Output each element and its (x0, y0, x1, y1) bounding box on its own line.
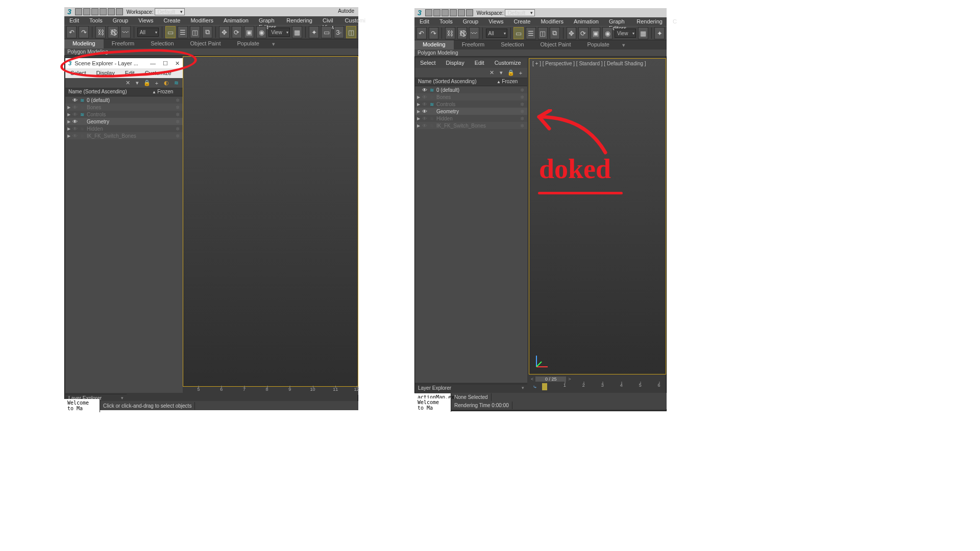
layer-row[interactable]: ▶ 👁 ≋ Geometry ❄ (415, 108, 527, 115)
column-frozen-header[interactable]: Frozen (152, 88, 183, 96)
explorer-menu-display[interactable]: Display (441, 58, 470, 68)
menu-group[interactable]: Group (458, 17, 484, 26)
move-button[interactable]: ✥ (219, 26, 229, 38)
expand-icon[interactable]: ▶ (66, 112, 71, 117)
freeze-icon[interactable]: ❄ (517, 123, 527, 129)
layer-row[interactable]: ▶ 👁 ≋ Hidden ❄ (65, 125, 183, 132)
expand-icon[interactable]: ▶ (416, 95, 421, 99)
expand-icon[interactable]: ▶ (66, 127, 71, 131)
qat-undo-icon[interactable] (450, 9, 457, 16)
menu-animation[interactable]: Animation (569, 17, 604, 26)
viewport-right[interactable]: [ + ] [ Perspective ] [ Standard ] [ Def… (529, 58, 666, 374)
menu-grapheditors[interactable]: Graph Editors (254, 16, 281, 25)
menu-create[interactable]: Create (158, 16, 185, 25)
ribbon-tab-populate[interactable]: Populate (579, 40, 617, 49)
explorer-menu-edit[interactable]: Edit (470, 58, 489, 68)
unlink-button[interactable]: ⛓⃠ (108, 26, 118, 38)
menu-views[interactable]: Views (133, 16, 158, 25)
maximize-button[interactable]: ☐ (163, 60, 168, 67)
layer-row[interactable]: ▶ 👁 ≋ Controls ❄ (415, 101, 527, 108)
ribbon-tab-modeling[interactable]: Modeling (414, 40, 454, 49)
freeze-icon[interactable]: ❄ (517, 94, 527, 100)
qat-link-icon[interactable] (116, 8, 123, 15)
layer-row[interactable]: ▶ 👁 ≋ IK_FK_Switch_Bones ❄ (415, 122, 527, 129)
expand-icon[interactable]: ▶ (66, 119, 71, 124)
explorer-lock-icon[interactable]: 🔒 (507, 69, 514, 77)
qat-save-icon[interactable] (442, 9, 449, 16)
pivot-button[interactable]: ▦ (292, 26, 302, 38)
menu-tools[interactable]: Tools (84, 16, 108, 25)
refcoord-dropdown[interactable]: View (615, 29, 636, 38)
explorer-menu-display[interactable]: Display (91, 68, 120, 78)
keymode-icon[interactable]: ⤷ (529, 384, 541, 390)
freeze-icon[interactable]: ❄ (173, 97, 183, 103)
ribbon-tab-populate[interactable]: Populate (229, 39, 267, 48)
freeze-icon[interactable]: ❄ (173, 105, 183, 110)
explorer-layers-icon[interactable]: ≋ (173, 80, 180, 87)
select-region-button[interactable]: ◫ (190, 26, 200, 38)
freeze-icon[interactable]: ❄ (173, 126, 183, 132)
visibility-icon[interactable]: 👁 (71, 126, 79, 132)
qat-undo-icon[interactable] (100, 8, 107, 15)
qat-redo-icon[interactable] (108, 8, 115, 15)
scroll-left-icon[interactable]: < (529, 377, 535, 382)
scale-button[interactable]: ▣ (244, 26, 254, 38)
menu-animation[interactable]: Animation (218, 16, 254, 25)
placement-button[interactable]: ◉ (602, 27, 612, 39)
placement-button[interactable]: ◉ (256, 26, 266, 38)
visibility-icon[interactable]: 👁 (71, 133, 79, 139)
menu-rendering[interactable]: Rendering (281, 16, 317, 25)
menu-grapheditors[interactable]: Graph Editors (604, 17, 631, 26)
menu-rendering[interactable]: Rendering (631, 17, 668, 26)
undo-button[interactable]: ↶ (416, 27, 427, 39)
freeze-icon[interactable]: ❄ (173, 133, 183, 139)
ribbon-tab-selection[interactable]: Selection (493, 40, 532, 49)
chevron-down-icon[interactable]: ▾ (522, 385, 524, 390)
visibility-icon[interactable]: 👁 (421, 87, 428, 93)
select-button[interactable]: ▭ (165, 26, 176, 38)
layer-explorer-strip[interactable]: Layer Explorer ▾ (415, 384, 527, 391)
timeline-playhead[interactable] (542, 383, 547, 390)
layer-row[interactable]: ▶ 👁 ≋ Hidden ❄ (415, 115, 527, 122)
visibility-icon[interactable]: 👁 (421, 109, 428, 114)
expand-icon[interactable]: ▶ (416, 123, 421, 128)
explorer-clear-icon[interactable]: ✕ (488, 69, 495, 77)
manip-button[interactable]: ✦ (309, 26, 319, 38)
unlink-button[interactable]: ⛓⃠ (457, 27, 468, 39)
visibility-icon[interactable]: 👁 (71, 105, 79, 110)
menu-modifiers[interactable]: Modifiers (535, 17, 569, 26)
timeline[interactable]: 5 6 7 8 9 10 11 12 (183, 387, 358, 395)
menu-group[interactable]: Group (108, 16, 134, 25)
select-region-button[interactable]: ◫ (538, 27, 548, 39)
layer-row[interactable]: 👁 ≋ 0 (default) ❄ (65, 96, 183, 104)
scroll-right-icon[interactable]: > (566, 377, 573, 382)
maxscript-listener[interactable]: Welcome to Ma (64, 399, 100, 412)
visibility-icon[interactable]: 👁 (421, 102, 428, 107)
ribbon-tab-selection[interactable]: Selection (142, 39, 182, 48)
visibility-icon[interactable]: 👁 (71, 97, 79, 103)
expand-icon[interactable]: ▶ (66, 134, 71, 138)
explorer-clear-icon[interactable]: ✕ (124, 80, 131, 87)
ribbon-tab-freeform[interactable]: Freeform (454, 40, 493, 49)
layer-row[interactable]: ▶ 👁 ≋ Geometry ❄ (65, 118, 183, 125)
chevron-down-icon[interactable]: ▾ (121, 395, 124, 400)
explorer-filter-icon[interactable]: ▾ (134, 80, 141, 87)
select-name-button[interactable]: ☰ (178, 26, 188, 38)
visibility-icon[interactable]: 👁 (71, 119, 79, 124)
menu-modifiers[interactable]: Modifiers (185, 16, 218, 25)
menu-clipped[interactable]: C (668, 17, 682, 26)
explorer-lock-icon[interactable]: 🔒 (143, 80, 151, 87)
expand-icon[interactable]: ▶ (416, 102, 421, 107)
link-button[interactable]: ⛓ (445, 27, 455, 39)
layer-row[interactable]: 👁 ≋ 0 (default) ❄ (415, 86, 527, 93)
snap-button[interactable]: 3⌕ (334, 26, 344, 38)
freeze-icon[interactable]: ❄ (517, 102, 527, 107)
viewport-label[interactable]: [ + ] [ Perspective ] [ Standard ] [ Def… (532, 61, 646, 66)
freeze-icon[interactable]: ❄ (517, 116, 527, 121)
ribbon-subpanel[interactable]: Polygon Modeling (414, 49, 667, 57)
column-name-header[interactable]: Name (Sorted Ascending) (65, 88, 152, 96)
manip-button[interactable]: ✦ (654, 27, 665, 39)
visibility-icon[interactable]: 👁 (421, 123, 428, 129)
menu-tools[interactable]: Tools (434, 17, 458, 26)
scene-explorer-titlebar[interactable]: 3 Scene Explorer - Layer ... — ☐ ✕ (65, 58, 183, 68)
